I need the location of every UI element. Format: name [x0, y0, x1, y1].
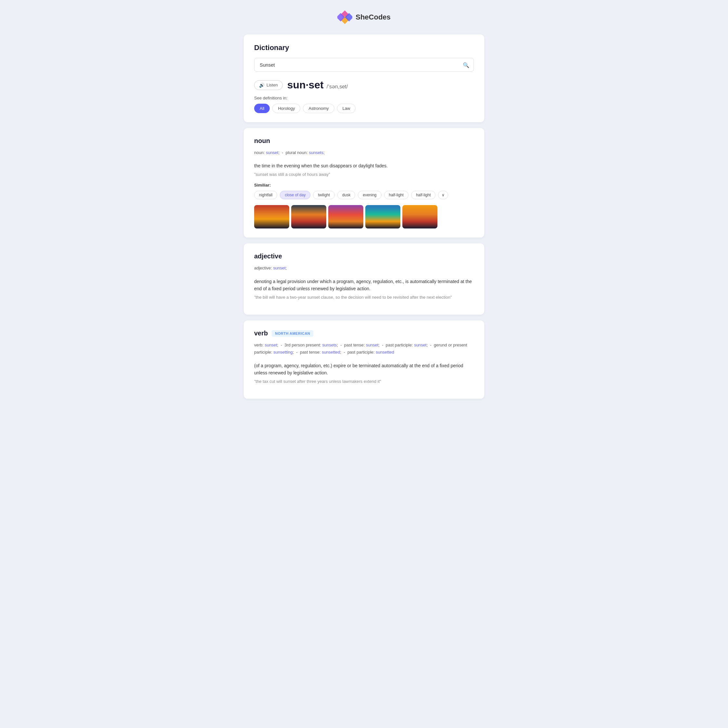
verb-gerund-link[interactable]: sunsetting	[273, 350, 292, 355]
category-astronomy[interactable]: Astronomy	[303, 104, 334, 113]
word-text: sun·set	[287, 79, 324, 91]
category-buttons: All Horology Astronomy Law	[254, 104, 474, 113]
phonetic-text: /ˈsən,set/	[327, 84, 348, 89]
category-law[interactable]: Law	[337, 104, 356, 113]
verb-third-person-link[interactable]: sunsets	[323, 343, 337, 347]
logo-text: SheCodes	[356, 13, 391, 21]
adjective-link[interactable]: sunset	[273, 266, 286, 271]
search-wrapper: 🔍	[254, 58, 474, 72]
adjective-form-label: adjective:	[254, 266, 273, 271]
sim-tag-twilight[interactable]: twilight	[313, 191, 335, 199]
verb-header: verb NORTH AMERICAN	[254, 330, 474, 337]
noun-plural-link[interactable]: sunsets	[309, 150, 323, 155]
sim-tag-evening[interactable]: evening	[358, 191, 381, 199]
noun-link[interactable]: sunset	[266, 150, 278, 155]
main-content: Dictionary 🔍 🔊 Listen sun·set /ˈsən,set/…	[244, 34, 484, 399]
similar-tags: nightfall close of day twilight dusk eve…	[254, 191, 474, 199]
verb-pos-label: verb	[254, 330, 268, 337]
adjective-example: "the bill will have a two-year sunset cl…	[254, 295, 474, 300]
verb-past-participle-link[interactable]: sunset	[414, 343, 427, 347]
noun-pos-label: noun	[254, 137, 474, 145]
listen-button[interactable]: 🔊 Listen	[254, 80, 283, 90]
adjective-definition: denoting a legal provision under which a…	[254, 278, 474, 292]
search-input[interactable]	[254, 58, 474, 72]
similar-label: Similiar:	[254, 183, 474, 188]
header: SheCodes	[6, 10, 722, 25]
adjective-pos-label: adjective	[254, 252, 474, 260]
sunset-image-4[interactable]	[365, 205, 401, 228]
speaker-icon: 🔊	[259, 83, 265, 88]
sunset-images	[254, 205, 474, 228]
category-horology[interactable]: Horology	[272, 104, 300, 113]
word-display: sun·set /ˈsən,set/	[287, 79, 348, 91]
sim-tag-more[interactable]: ∨	[438, 191, 448, 199]
verb-past-tense2-link[interactable]: sunsetted	[322, 350, 340, 355]
category-all[interactable]: All	[254, 104, 270, 113]
noun-definition: the time in the evening when the sun dis…	[254, 162, 474, 169]
verb-definition: (of a program, agency, regulation, etc.)…	[254, 362, 474, 377]
logo: SheCodes	[337, 10, 391, 25]
verb-forms: verb: sunset; - 3rd person present: suns…	[254, 341, 474, 356]
sim-tag-close-of-day[interactable]: close of day	[280, 191, 310, 199]
adjective-forms: adjective: sunset;	[254, 265, 474, 272]
noun-form-label: noun:	[254, 150, 266, 155]
search-icon[interactable]: 🔍	[463, 62, 469, 68]
sim-tag-dusk[interactable]: dusk	[337, 191, 355, 199]
listen-label: Listen	[266, 83, 278, 87]
sunset-image-1[interactable]	[254, 205, 289, 228]
dictionary-card: Dictionary 🔍 🔊 Listen sun·set /ˈsən,set/…	[244, 34, 484, 122]
see-definitions-label: See definitions in:	[254, 96, 474, 101]
sim-tag-half-light-1[interactable]: half-light	[384, 191, 408, 199]
sunset-image-5[interactable]	[402, 205, 437, 228]
sunset-image-3[interactable]	[328, 205, 363, 228]
regional-badge: NORTH AMERICAN	[272, 330, 313, 337]
verb-past-tense-link[interactable]: sunset	[366, 343, 378, 347]
verb-link[interactable]: sunset	[265, 343, 277, 347]
noun-card: noun noun: sunset; - plural noun: sunset…	[244, 128, 484, 237]
verb-past-participle2-link[interactable]: sunsetted	[376, 350, 394, 355]
sim-tag-half-light-2[interactable]: half-light	[411, 191, 436, 199]
verb-example: "the tax cut will sunset after three yea…	[254, 379, 474, 384]
noun-forms: noun: sunset; - plural noun: sunsets;	[254, 149, 474, 156]
noun-example: "sunset was still a couple of hours away…	[254, 172, 474, 177]
adjective-card: adjective adjective: sunset; denoting a …	[244, 243, 484, 315]
shecodes-logo-icon	[337, 10, 352, 25]
sunset-image-2[interactable]	[291, 205, 326, 228]
pronunciation-row: 🔊 Listen sun·set /ˈsən,set/	[254, 79, 474, 91]
verb-card: verb NORTH AMERICAN verb: sunset; - 3rd …	[244, 320, 484, 399]
sim-tag-nightfall[interactable]: nightfall	[254, 191, 277, 199]
dictionary-title: Dictionary	[254, 44, 474, 52]
